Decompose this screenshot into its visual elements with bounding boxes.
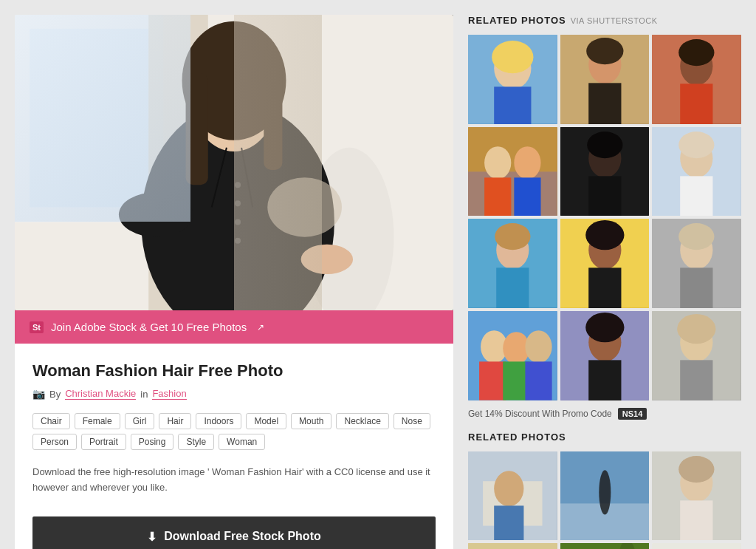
related-thumb-4-img bbox=[468, 543, 557, 549]
svg-rect-43 bbox=[681, 176, 713, 216]
tag-woman[interactable]: Woman bbox=[219, 434, 265, 450]
download-button-label: Download Free Stock Photo bbox=[164, 530, 320, 543]
adobe-banner-text: Join Adobe Stock & Get 10 Free Photos bbox=[51, 321, 247, 333]
left-column: St Join Adobe Stock & Get 10 Free Photos… bbox=[15, 15, 453, 549]
svg-rect-55 bbox=[681, 268, 713, 308]
shutterstock-thumb-8[interactable] bbox=[560, 219, 650, 308]
promo-code: NS14 bbox=[618, 408, 647, 420]
svg-point-30 bbox=[679, 39, 715, 66]
svg-point-33 bbox=[484, 146, 511, 179]
shutterstock-thumb-2[interactable] bbox=[560, 35, 650, 124]
adobe-banner[interactable]: St Join Adobe Stock & Get 10 Free Photos… bbox=[15, 310, 453, 344]
tag-indoors[interactable]: Indoors bbox=[196, 413, 241, 429]
photo-bg-window bbox=[15, 15, 190, 222]
tag-girl[interactable]: Girl bbox=[125, 413, 155, 429]
related-thumb-6[interactable] bbox=[652, 543, 741, 549]
svg-point-74 bbox=[494, 471, 523, 506]
download-button[interactable]: ⬇ Download Free Stock Photo bbox=[32, 516, 436, 549]
tag-female[interactable]: Female bbox=[75, 413, 120, 429]
tag-portrait[interactable]: Portrait bbox=[81, 434, 126, 450]
shutterstock-grid bbox=[468, 35, 741, 400]
related-thumb-1-img bbox=[468, 451, 557, 541]
tag-nose[interactable]: Nose bbox=[394, 413, 430, 429]
svg-rect-51 bbox=[588, 268, 621, 308]
related-photos-header: RELATED PHOTOS bbox=[468, 432, 741, 443]
author-prefix: By bbox=[49, 389, 61, 400]
svg-point-22 bbox=[492, 41, 533, 73]
category-link[interactable]: Fashion bbox=[152, 388, 186, 400]
promo-bar: Get 14% Discount With Promo Code NS14 bbox=[468, 408, 741, 420]
tag-posing[interactable]: Posing bbox=[131, 434, 174, 450]
shutterstock-thumb-10[interactable] bbox=[468, 311, 557, 400]
adobe-icon: St bbox=[30, 321, 44, 333]
related-thumb-4[interactable] bbox=[468, 543, 557, 549]
shutterstock-thumb-3-img bbox=[652, 35, 741, 124]
svg-point-26 bbox=[586, 38, 623, 64]
svg-rect-47 bbox=[496, 268, 529, 308]
shutterstock-thumb-1[interactable] bbox=[468, 35, 557, 124]
shutterstock-thumb-11[interactable] bbox=[560, 311, 650, 400]
svg-point-52 bbox=[585, 220, 624, 250]
shutterstock-thumb-4[interactable] bbox=[468, 127, 557, 216]
svg-point-78 bbox=[599, 470, 611, 514]
photo-bg-curtain bbox=[234, 15, 322, 310]
tag-style[interactable]: Style bbox=[178, 434, 214, 450]
author-line: 📷 By Christian Mackie in Fashion bbox=[32, 388, 436, 400]
shutterstock-thumb-9-img bbox=[652, 219, 741, 308]
author-link[interactable]: Christian Mackie bbox=[65, 388, 136, 400]
shutterstock-thumb-7[interactable] bbox=[468, 219, 557, 308]
related-thumb-5[interactable] bbox=[560, 543, 650, 549]
shutterstock-thumb-5-img bbox=[560, 127, 650, 216]
svg-rect-39 bbox=[588, 176, 621, 216]
shutterstock-thumb-3[interactable] bbox=[652, 35, 741, 124]
related-thumb-3[interactable] bbox=[652, 451, 741, 541]
related-photos-title: RELATED PHOTOS bbox=[468, 432, 566, 443]
related-thumb-2[interactable] bbox=[560, 451, 650, 541]
shutterstock-thumb-6[interactable] bbox=[652, 127, 741, 216]
svg-point-48 bbox=[495, 223, 530, 250]
svg-point-56 bbox=[679, 223, 715, 250]
external-link-icon: ↗ bbox=[257, 322, 264, 333]
shutterstock-thumb-8-img bbox=[560, 219, 650, 308]
tags-container: ChairFemaleGirlHairIndoorsModelMouthNeck… bbox=[32, 413, 436, 450]
svg-point-44 bbox=[679, 132, 715, 158]
svg-rect-32 bbox=[468, 171, 557, 216]
svg-rect-21 bbox=[494, 86, 531, 123]
related-thumb-6-img bbox=[652, 543, 741, 549]
tag-hair[interactable]: Hair bbox=[159, 413, 191, 429]
tag-person[interactable]: Person bbox=[32, 434, 77, 450]
shutterstock-thumb-9[interactable] bbox=[652, 219, 741, 308]
svg-point-60 bbox=[525, 330, 551, 363]
svg-rect-63 bbox=[525, 361, 551, 400]
svg-rect-66 bbox=[588, 360, 621, 400]
related-thumb-1[interactable] bbox=[468, 451, 557, 541]
related-photos-grid bbox=[468, 451, 741, 549]
svg-point-40 bbox=[587, 132, 622, 158]
related-shutterstock-header: RELATED PHOTOS VIA SHUTTERSTOCK bbox=[468, 15, 741, 26]
tag-model[interactable]: Model bbox=[246, 413, 286, 429]
svg-rect-29 bbox=[681, 83, 713, 123]
svg-rect-93 bbox=[652, 543, 741, 549]
description: Download the free high-resolution image … bbox=[32, 465, 436, 496]
svg-rect-36 bbox=[514, 177, 540, 216]
tag-chair[interactable]: Chair bbox=[32, 413, 70, 429]
svg-rect-35 bbox=[484, 177, 511, 216]
content-card: Woman Fashion Hair Free Photo 📷 By Chris… bbox=[15, 344, 453, 549]
tag-necklace[interactable]: Necklace bbox=[336, 413, 388, 429]
shutterstock-thumb-10-img bbox=[468, 311, 557, 400]
main-photo bbox=[15, 15, 453, 310]
tag-mouth[interactable]: Mouth bbox=[291, 413, 331, 429]
related-thumb-5-img bbox=[560, 543, 650, 549]
shutterstock-thumb-6-img bbox=[652, 127, 741, 216]
svg-rect-25 bbox=[588, 83, 621, 123]
shutterstock-thumb-7-img bbox=[468, 219, 557, 308]
svg-point-71 bbox=[678, 314, 716, 344]
shutterstock-thumb-12[interactable] bbox=[652, 311, 741, 400]
author-in: in bbox=[140, 389, 148, 400]
shutterstock-thumb-1-img bbox=[468, 35, 557, 124]
svg-rect-70 bbox=[681, 360, 713, 400]
related-shutterstock-title: RELATED PHOTOS bbox=[468, 15, 566, 26]
camera-icon: 📷 bbox=[32, 388, 45, 400]
svg-point-82 bbox=[679, 456, 715, 482]
shutterstock-thumb-5[interactable] bbox=[560, 127, 650, 216]
